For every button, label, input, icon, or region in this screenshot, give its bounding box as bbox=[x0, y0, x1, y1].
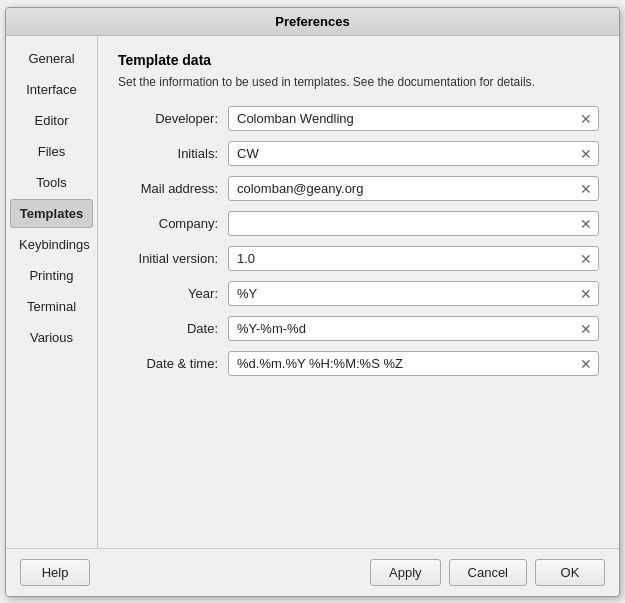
input-developer[interactable] bbox=[233, 109, 578, 128]
form-row-developer: Developer:✕ bbox=[118, 106, 599, 131]
form-row-year: Year:✕ bbox=[118, 281, 599, 306]
sidebar-item-interface[interactable]: Interface bbox=[10, 75, 93, 104]
field-wrapper-initial_version: ✕ bbox=[228, 246, 599, 271]
sidebar-item-files[interactable]: Files bbox=[10, 137, 93, 166]
footer: Help Apply Cancel OK bbox=[6, 548, 619, 596]
field-wrapper-mail_address: ✕ bbox=[228, 176, 599, 201]
sidebar-item-keybindings[interactable]: Keybindings bbox=[10, 230, 93, 259]
label-company: Company: bbox=[118, 216, 228, 231]
field-wrapper-year: ✕ bbox=[228, 281, 599, 306]
section-title: Template data bbox=[118, 52, 599, 68]
clear-date_time-button[interactable]: ✕ bbox=[578, 357, 594, 371]
form-row-date_time: Date & time:✕ bbox=[118, 351, 599, 376]
form-row-date: Date:✕ bbox=[118, 316, 599, 341]
clear-initial_version-button[interactable]: ✕ bbox=[578, 252, 594, 266]
label-date: Date: bbox=[118, 321, 228, 336]
sidebar-item-general[interactable]: General bbox=[10, 44, 93, 73]
input-company[interactable] bbox=[233, 214, 578, 233]
dialog-content: GeneralInterfaceEditorFilesToolsTemplate… bbox=[6, 36, 619, 548]
input-initial_version[interactable] bbox=[233, 249, 578, 268]
sidebar-item-terminal[interactable]: Terminal bbox=[10, 292, 93, 321]
sidebar-item-templates[interactable]: Templates bbox=[10, 199, 93, 228]
field-wrapper-initials: ✕ bbox=[228, 141, 599, 166]
sidebar-item-printing[interactable]: Printing bbox=[10, 261, 93, 290]
label-initial_version: Initial version: bbox=[118, 251, 228, 266]
sidebar-item-editor[interactable]: Editor bbox=[10, 106, 93, 135]
ok-button[interactable]: OK bbox=[535, 559, 605, 586]
action-buttons: Apply Cancel OK bbox=[370, 559, 605, 586]
cancel-button[interactable]: Cancel bbox=[449, 559, 527, 586]
field-wrapper-developer: ✕ bbox=[228, 106, 599, 131]
input-date[interactable] bbox=[233, 319, 578, 338]
main-panel: Template data Set the information to be … bbox=[98, 36, 619, 548]
clear-date-button[interactable]: ✕ bbox=[578, 322, 594, 336]
input-year[interactable] bbox=[233, 284, 578, 303]
input-initials[interactable] bbox=[233, 144, 578, 163]
preferences-dialog: Preferences GeneralInterfaceEditorFilesT… bbox=[5, 7, 620, 597]
form-row-initial_version: Initial version:✕ bbox=[118, 246, 599, 271]
clear-mail_address-button[interactable]: ✕ bbox=[578, 182, 594, 196]
label-date_time: Date & time: bbox=[118, 356, 228, 371]
clear-initials-button[interactable]: ✕ bbox=[578, 147, 594, 161]
form-row-initials: Initials:✕ bbox=[118, 141, 599, 166]
dialog-title: Preferences bbox=[6, 8, 619, 36]
field-wrapper-company: ✕ bbox=[228, 211, 599, 236]
form-fields: Developer:✕Initials:✕Mail address:✕Compa… bbox=[118, 106, 599, 376]
section-desc: Set the information to be used in templa… bbox=[118, 74, 599, 91]
clear-year-button[interactable]: ✕ bbox=[578, 287, 594, 301]
field-wrapper-date_time: ✕ bbox=[228, 351, 599, 376]
apply-button[interactable]: Apply bbox=[370, 559, 441, 586]
input-mail_address[interactable] bbox=[233, 179, 578, 198]
form-row-company: Company:✕ bbox=[118, 211, 599, 236]
form-row-mail_address: Mail address:✕ bbox=[118, 176, 599, 201]
clear-company-button[interactable]: ✕ bbox=[578, 217, 594, 231]
label-initials: Initials: bbox=[118, 146, 228, 161]
label-year: Year: bbox=[118, 286, 228, 301]
sidebar: GeneralInterfaceEditorFilesToolsTemplate… bbox=[6, 36, 98, 548]
help-button[interactable]: Help bbox=[20, 559, 90, 586]
label-developer: Developer: bbox=[118, 111, 228, 126]
clear-developer-button[interactable]: ✕ bbox=[578, 112, 594, 126]
input-date_time[interactable] bbox=[233, 354, 578, 373]
sidebar-item-various[interactable]: Various bbox=[10, 323, 93, 352]
field-wrapper-date: ✕ bbox=[228, 316, 599, 341]
label-mail_address: Mail address: bbox=[118, 181, 228, 196]
sidebar-item-tools[interactable]: Tools bbox=[10, 168, 93, 197]
